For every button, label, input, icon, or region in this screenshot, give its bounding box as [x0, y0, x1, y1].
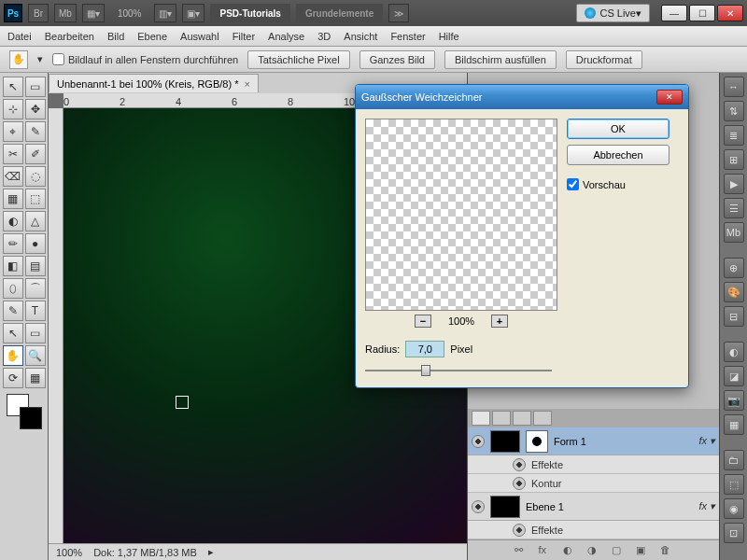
tool-button[interactable]: ●: [25, 233, 46, 254]
menu-bearbeiten[interactable]: Bearbeiten: [45, 31, 94, 42]
workspace-tab-psd[interactable]: PSD-Tutorials: [210, 4, 289, 22]
menu-3d[interactable]: 3D: [317, 31, 331, 42]
mask-icon[interactable]: ◐: [563, 544, 576, 557]
dock-panel-icon[interactable]: ⊞: [724, 149, 744, 170]
tool-button[interactable]: 🔍: [25, 345, 46, 366]
tool-button[interactable]: T: [25, 301, 46, 321]
zoom-display[interactable]: 100%: [110, 8, 149, 19]
fx-badge[interactable]: fx ▾: [698, 435, 715, 447]
tool-button[interactable]: ↖: [3, 77, 23, 97]
cancel-button[interactable]: Abbrechen: [567, 145, 669, 165]
tool-button[interactable]: ◐: [3, 211, 23, 231]
dialog-title-bar[interactable]: Gaußscher Weichzeichner ✕: [356, 85, 688, 109]
screen-mode-icon[interactable]: ▣▾: [182, 4, 204, 22]
tool-button[interactable]: ⬯: [3, 278, 23, 299]
dock-panel-icon[interactable]: ▶: [724, 174, 744, 194]
dock-panel-icon[interactable]: ◐: [724, 342, 744, 362]
tool-button[interactable]: ◌: [25, 166, 46, 187]
tool-button[interactable]: ▤: [25, 256, 46, 276]
tool-button[interactable]: ✎: [3, 301, 23, 321]
background-color[interactable]: [20, 407, 42, 429]
visibility-icon[interactable]: [472, 500, 485, 513]
status-zoom[interactable]: 100%: [56, 547, 82, 558]
cs-live-button[interactable]: CS Live ▾: [576, 4, 650, 22]
tool-button[interactable]: ⊹: [3, 99, 23, 119]
tool-button[interactable]: ✐: [25, 144, 46, 164]
radius-slider[interactable]: [365, 363, 552, 378]
menu-filter[interactable]: Filter: [233, 31, 255, 42]
dropdown-icon[interactable]: ▾: [37, 53, 43, 65]
zoom-in-button[interactable]: +: [491, 315, 508, 328]
tool-button[interactable]: ⬚: [25, 189, 46, 209]
layer-row[interactable]: Ebene 1fx ▾: [468, 493, 719, 521]
effects-row[interactable]: Effekte: [468, 521, 719, 539]
dock-panel-icon[interactable]: ⇅: [724, 101, 744, 121]
menu-auswahl[interactable]: Auswahl: [180, 31, 219, 42]
folder-icon[interactable]: ▢: [612, 544, 625, 557]
dock-panel-icon[interactable]: ▦: [724, 414, 744, 435]
tool-button[interactable]: ✏: [3, 233, 23, 254]
tool-button[interactable]: ✂: [3, 144, 23, 164]
tool-button[interactable]: ◧: [3, 256, 23, 276]
panel-tab[interactable]: [513, 411, 531, 426]
menu-datei[interactable]: Datei: [7, 31, 32, 42]
tool-button[interactable]: ▭: [25, 77, 46, 97]
window-maximize[interactable]: ☐: [689, 5, 715, 21]
link-icon[interactable]: ⚯: [514, 544, 528, 557]
menu-analyse[interactable]: Analyse: [268, 31, 304, 42]
tool-button[interactable]: ⌒: [25, 278, 46, 299]
bridge-icon[interactable]: Br: [28, 4, 49, 22]
effect-item-row[interactable]: Kontur: [468, 474, 719, 493]
effects-row[interactable]: Effekte: [468, 455, 719, 474]
radius-input[interactable]: [405, 341, 444, 357]
visibility-icon[interactable]: [472, 435, 485, 448]
window-close[interactable]: ✕: [717, 5, 743, 21]
dock-panel-icon[interactable]: ≣: [724, 125, 744, 146]
dock-panel-icon[interactable]: ⬚: [724, 474, 744, 495]
print-size-button[interactable]: Druckformat: [566, 50, 642, 69]
fill-screen-button[interactable]: Bildschirm ausfüllen: [444, 50, 557, 69]
panel-tab[interactable]: [533, 411, 552, 426]
ok-button[interactable]: OK: [567, 119, 669, 139]
dock-panel-icon[interactable]: ↔: [724, 77, 744, 97]
menu-fenster[interactable]: Fenster: [390, 31, 425, 42]
menu-hilfe[interactable]: Hilfe: [439, 31, 459, 42]
dock-panel-icon[interactable]: 🗀: [724, 450, 744, 470]
dock-panel-icon[interactable]: ⊡: [724, 523, 744, 543]
hand-tool-icon[interactable]: ✋: [9, 50, 28, 69]
preview-checkbox[interactable]: Vorschau: [567, 178, 669, 190]
layer-mask[interactable]: [526, 430, 548, 453]
tool-button[interactable]: ⟳: [3, 368, 23, 388]
dock-panel-icon[interactable]: ◉: [724, 498, 744, 519]
dock-panel-icon[interactable]: 🎨: [724, 282, 744, 302]
tool-button[interactable]: ✎: [25, 121, 46, 142]
tool-button[interactable]: ↖: [3, 323, 23, 343]
tool-button[interactable]: ▦: [3, 189, 23, 209]
fit-screen-button[interactable]: Ganzes Bild: [359, 50, 435, 69]
layer-thumbnail[interactable]: [490, 430, 520, 453]
close-icon[interactable]: ×: [244, 78, 249, 90]
menu-bild[interactable]: Bild: [107, 31, 124, 42]
adjustment-icon[interactable]: ◑: [587, 544, 600, 557]
view-extras-icon[interactable]: ▦▾: [82, 4, 105, 22]
visibility-icon[interactable]: [513, 524, 526, 537]
dock-panel-icon[interactable]: ☰: [724, 198, 744, 218]
menu-ansicht[interactable]: Ansicht: [344, 31, 377, 42]
layer-row[interactable]: Form 1fx ▾: [468, 427, 719, 455]
trash-icon[interactable]: 🗑: [660, 544, 673, 557]
document-tab[interactable]: Unbenannt-1 bei 100% (Kreis, RGB/8) * ×: [49, 74, 259, 92]
visibility-icon[interactable]: [513, 458, 526, 471]
new-layer-icon[interactable]: ▣: [636, 544, 649, 557]
visibility-icon[interactable]: [513, 477, 526, 490]
tool-button[interactable]: ▭: [25, 323, 46, 343]
dock-panel-icon[interactable]: ⊕: [724, 258, 744, 278]
panel-tab[interactable]: [472, 411, 490, 426]
preview-image[interactable]: [365, 119, 557, 311]
tool-button[interactable]: ⌖: [3, 121, 23, 142]
dialog-close-button[interactable]: ✕: [656, 90, 683, 105]
tool-button[interactable]: ✥: [25, 99, 46, 119]
workspace-tab-grund[interactable]: Grundelemente: [296, 4, 383, 22]
status-menu-icon[interactable]: ▸: [208, 546, 214, 558]
tool-button[interactable]: ✋: [3, 345, 23, 366]
dock-panel-icon[interactable]: Mb: [724, 222, 744, 243]
